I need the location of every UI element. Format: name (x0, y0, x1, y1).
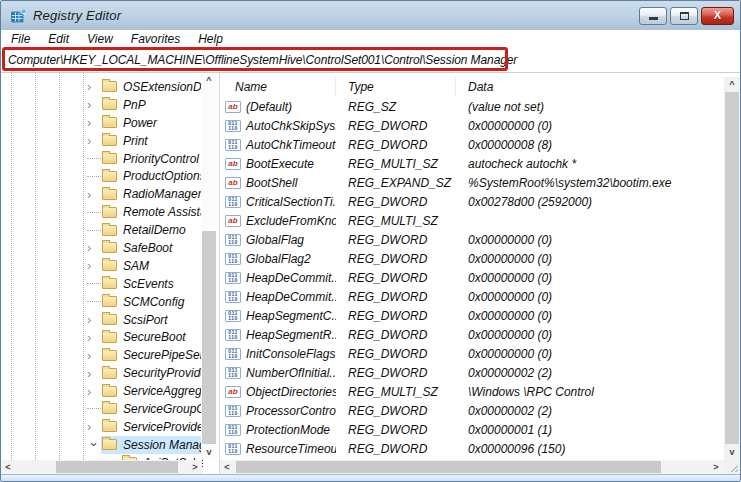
value-name-cell[interactable]: ProcessorControl (220, 404, 336, 418)
chevron-right-icon[interactable]: › (87, 420, 101, 433)
value-name-cell[interactable]: ExcludeFromKno... (220, 214, 336, 228)
value-row[interactable]: InitConsoleFlagsREG_DWORD0x00000000 (0) (220, 344, 723, 363)
tree-vertical-scrollbar[interactable]: ^ v (201, 73, 217, 460)
tree-horizontal-scrollbar[interactable]: < > (1, 460, 202, 474)
column-header-name[interactable]: Name (220, 77, 336, 97)
scroll-right-icon[interactable]: > (188, 460, 202, 474)
value-row[interactable]: AutoChkTimeoutREG_DWORD0x00000008 (8) (220, 135, 723, 154)
chevron-right-icon[interactable]: › (87, 313, 101, 326)
value-row[interactable]: ExcludeFromKno...REG_MULTI_SZ (220, 211, 723, 230)
value-row[interactable]: AutoChkSkipSys...REG_DWORD0x00000000 (0) (220, 116, 723, 135)
tree-item[interactable]: ProductOptions (1, 167, 203, 185)
chevron-right-icon[interactable]: › (87, 331, 101, 344)
value-row[interactable]: BootShellREG_EXPAND_SZ%SystemRoot%\syste… (220, 173, 723, 192)
tree-item-body[interactable]: ProductOptions (101, 167, 203, 185)
list-vertical-scrollbar[interactable]: ^ v (724, 77, 740, 460)
tree-item[interactable]: PriorityControl (1, 150, 203, 168)
tree-item[interactable]: ›SecureBoot (1, 328, 203, 346)
value-name-cell[interactable]: CriticalSectionTi... (220, 195, 336, 209)
value-name-cell[interactable]: GlobalFlag (220, 233, 336, 247)
tree-item[interactable]: ›ServiceAggregator (1, 382, 203, 400)
tree-item[interactable]: RetailDemo (1, 221, 203, 239)
tree-item-body[interactable]: ServiceAggregator (101, 382, 203, 400)
tree-item-body[interactable]: SecurePipeServers (101, 346, 203, 364)
tree-item-body[interactable]: SecurityProviders (101, 364, 203, 382)
menu-favorites[interactable]: Favorites (122, 32, 189, 46)
chevron-right-icon[interactable]: › (87, 188, 101, 201)
tree-item-body[interactable]: ScsiPort (101, 311, 203, 329)
tree-item-body[interactable]: SAM (101, 257, 203, 275)
tree-item[interactable]: ›RadioManagement (1, 185, 203, 203)
value-row[interactable]: GlobalFlag2REG_DWORD0x00000000 (0) (220, 249, 723, 268)
tree-item[interactable]: ›Power (1, 114, 203, 132)
chevron-right-icon[interactable]: › (87, 259, 101, 272)
scroll-up-icon[interactable]: ^ (201, 73, 217, 88)
chevron-down-icon[interactable]: › (88, 438, 101, 452)
tree-item[interactable]: ›Session Manager (1, 436, 203, 454)
value-name-cell[interactable]: HeapDeCommit... (220, 290, 336, 304)
value-name-cell[interactable]: AutoChkSkipSys... (220, 119, 336, 133)
title-bar[interactable]: Registry Editor X (1, 1, 740, 30)
column-header-data[interactable]: Data (456, 77, 723, 97)
tree-item-body[interactable]: OSExtensionDatabase (101, 78, 203, 96)
list-hscroll-thumb[interactable] (236, 461, 661, 473)
tree-item-body[interactable]: PriorityControl (101, 150, 203, 168)
value-name-cell[interactable]: HeapDeCommit... (220, 271, 336, 285)
tree-item-body[interactable]: RadioManagement (101, 185, 203, 203)
scroll-right-icon[interactable]: > (709, 460, 723, 474)
scroll-left-icon[interactable]: < (1, 460, 15, 474)
list-horizontal-scrollbar[interactable]: < > (220, 460, 723, 474)
tree-item[interactable]: ServiceGroupOrder (1, 400, 203, 418)
value-name-cell[interactable]: ObjectDirectories (220, 385, 336, 399)
value-name-cell[interactable]: (Default) (220, 100, 336, 114)
tree-item-body[interactable]: ServiceProvider (101, 418, 203, 436)
tree-item-body[interactable]: SafeBoot (101, 239, 203, 257)
tree-item[interactable]: ›PnP (1, 96, 203, 114)
value-name-cell[interactable]: ProtectionMode (220, 423, 336, 437)
value-row[interactable]: GlobalFlagREG_DWORD0x00000000 (0) (220, 230, 723, 249)
value-row[interactable]: NumberOfInitial...REG_DWORD0x00000002 (2… (220, 363, 723, 382)
tree-hscroll-thumb[interactable] (56, 461, 178, 473)
chevron-right-icon[interactable]: › (87, 134, 101, 147)
value-name-cell[interactable]: HeapSegmentC... (220, 309, 336, 323)
value-row[interactable]: CriticalSectionTi...REG_DWORD0x00278d00 … (220, 192, 723, 211)
value-row[interactable]: (Default)REG_SZ(value not set) (220, 97, 723, 116)
tree-item-body[interactable]: ScEvents (101, 275, 203, 293)
value-name-cell[interactable]: NumberOfInitial... (220, 366, 336, 380)
scroll-left-icon[interactable]: < (220, 460, 234, 474)
scroll-up-icon[interactable]: ^ (724, 77, 740, 92)
value-name-cell[interactable]: HeapSegmentR... (220, 328, 336, 342)
maximize-button[interactable] (670, 7, 698, 25)
value-name-cell[interactable]: GlobalFlag2 (220, 252, 336, 266)
chevron-right-icon[interactable]: › (87, 98, 101, 111)
value-row[interactable]: HeapDeCommit...REG_DWORD0x00000000 (0) (220, 268, 723, 287)
value-name-cell[interactable]: BootShell (220, 176, 336, 190)
scroll-down-icon[interactable]: v (724, 445, 740, 460)
chevron-right-icon[interactable]: › (87, 80, 101, 93)
tree-item-body[interactable]: PnP (101, 96, 203, 114)
value-row[interactable]: HeapDeCommit...REG_DWORD0x00000000 (0) (220, 287, 723, 306)
value-name-cell[interactable]: BootExecute (220, 157, 336, 171)
column-header-type[interactable]: Type (336, 77, 456, 97)
menu-file[interactable]: File (8, 32, 39, 46)
tree-item[interactable]: ›ScsiPort (1, 311, 203, 329)
tree-item[interactable]: SCMConfig (1, 293, 203, 311)
tree-item[interactable]: ›SecurityProviders (1, 364, 203, 382)
tree-item-body[interactable]: RetailDemo (101, 221, 203, 239)
chevron-right-icon[interactable]: › (87, 241, 101, 254)
tree-item[interactable]: ScEvents (1, 275, 203, 293)
value-row[interactable]: ObjectDirectoriesREG_MULTI_SZ\Windows \R… (220, 382, 723, 401)
tree-item[interactable]: ›SafeBoot (1, 239, 203, 257)
value-row[interactable]: ProcessorControlREG_DWORD0x00000002 (2) (220, 401, 723, 420)
tree-item[interactable]: ›SecurePipeServers (1, 346, 203, 364)
value-row[interactable]: ResourceTimeou...REG_DWORD0x00000096 (15… (220, 439, 723, 458)
tree-item-body[interactable]: ServiceGroupOrder (101, 400, 203, 418)
tree-item[interactable]: ›ServiceProvider (1, 418, 203, 436)
tree-item[interactable]: ›OSExtensionDatabase (1, 78, 203, 96)
value-name-cell[interactable]: AutoChkTimeout (220, 138, 336, 152)
tree-item[interactable]: ›SAM (1, 257, 203, 275)
resize-grip-icon[interactable] (728, 462, 738, 472)
address-bar[interactable]: Computer\HKEY_LOCAL_MACHINE\OfflineSyste… (1, 47, 740, 73)
value-name-cell[interactable]: ResourceTimeou... (220, 442, 336, 456)
tree-item[interactable]: Remote Assistance (1, 203, 203, 221)
